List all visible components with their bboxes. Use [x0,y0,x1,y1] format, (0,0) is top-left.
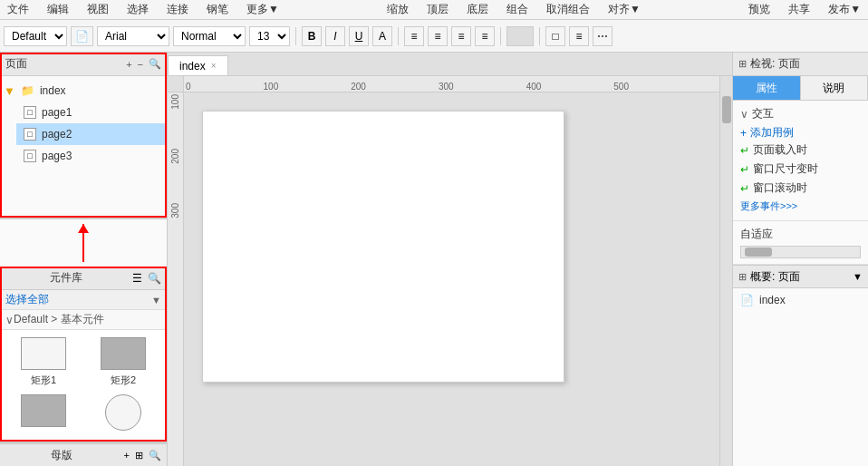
page-icon[interactable]: 📄 [71,26,93,46]
add-event-button[interactable]: + 添加用例 [740,125,861,141]
menu-more[interactable]: 更多▼ [243,2,283,17]
separator2 [398,27,399,45]
expand-interaction-icon[interactable]: ∨ [740,108,748,121]
scrollbar-thumb-h [745,248,772,257]
self-adapt-label: 自适应 [740,227,773,242]
page-item-index[interactable]: ▼ 📁 index [0,80,167,102]
components-path-label: Default > 基本元件 [14,312,104,327]
master-title: 母版 [5,448,119,463]
menu-zoom[interactable]: 缩放 [383,2,412,17]
pages-delete-icon[interactable]: − [138,59,143,70]
folder-expand-icon: ▼ [4,84,15,98]
components-grid: 矩形1 矩形2 [0,330,167,442]
page2-label: page2 [42,128,72,141]
page-item-page2[interactable]: □ page2 [16,123,167,145]
style-select[interactable]: Normal [173,26,246,46]
select-all-label: 选择全部 [5,292,49,307]
folder-icon: 📁 [21,84,34,97]
size-select[interactable]: 13 [249,26,290,46]
font-select[interactable]: Arial [97,26,169,46]
components-list-icon[interactable]: ☰ [132,272,142,285]
ruler-vertical: 100 200 300 [168,92,184,466]
border-btn[interactable]: □ [545,26,565,46]
menu-bottom[interactable]: 底层 [463,2,492,17]
italic-button[interactable]: I [325,26,345,46]
self-adapt-scrollbar[interactable] [740,246,861,258]
filter-icon[interactable]: ▼ [853,271,863,282]
left-panel: 页面 + − 🔍 ▼ 📁 index □ page1 □ [0,53,168,466]
component-item-circle[interactable] [87,394,159,434]
ruler-v-200: 200 [170,149,180,164]
canvas-area: index × 0 100 200 300 400 500 [168,53,732,466]
components-title: 元件库 [5,270,127,286]
canvas-tab-close-icon[interactable]: × [211,61,217,71]
file-icon-page2: □ [24,128,36,141]
interaction-title: ∨ 交互 [740,106,861,121]
align-left-btn[interactable]: ≡ [404,26,424,46]
master-add-icon[interactable]: + [124,450,130,461]
event-label-0: 页面载入时 [753,142,807,158]
menu-align[interactable]: 对齐▼ [604,2,644,17]
page-item-page3[interactable]: □ page3 [16,145,167,167]
menu-file[interactable]: 文件 [4,2,33,17]
canvas-drawing-area[interactable] [184,92,719,466]
summary-section: 📄 index [733,288,868,312]
right-panel: ⊞ 检视: 页面 属性 说明 ∨ 交互 + 添加用例 ↵ 页面载入时 ↵ 窗口尺… [732,53,868,466]
font-color-btn[interactable]: A [372,26,392,46]
component-item-rect1[interactable]: 矩形1 [7,337,80,387]
summary-icon: ⊞ [738,271,747,283]
ruler-tick-300: 300 [439,82,454,92]
canvas-tab-index[interactable]: index × [168,55,228,75]
align-center-btn[interactable]: ≡ [428,26,448,46]
more-events-link[interactable]: 更多事件>>> [740,198,861,215]
components-search-icon[interactable]: 🔍 [148,272,161,285]
menu-connect[interactable]: 连接 [163,2,192,17]
menu-select[interactable]: 选择 [123,2,152,17]
master-search-icon[interactable]: 🔍 [149,450,161,461]
canvas-page [202,111,564,383]
select-all-bar[interactable]: 选择全部 ▼ [0,290,167,310]
menu-bar: 文件 编辑 视图 选择 连接 钢笔 更多▼ 缩放 顶层 底层 组合 取消组合 对… [0,0,868,20]
scrollbar-v-thumb[interactable] [722,96,731,123]
align-right-btn[interactable]: ≡ [451,26,471,46]
menu-view[interactable]: 视图 [83,2,112,17]
menu-group[interactable]: 组合 [503,2,532,17]
menu-edit[interactable]: 编辑 [43,2,72,17]
align-justify-btn[interactable]: ≡ [475,26,495,46]
menu-preview[interactable]: 预览 [745,2,774,17]
menu-publish[interactable]: 发布▼ [825,2,864,17]
pages-search-icon[interactable]: 🔍 [149,58,161,70]
summary-title: 概要: 页面 [750,269,800,285]
underline-button[interactable]: U [349,26,369,46]
fill-color-btn[interactable] [506,26,534,46]
canvas-scrollbar-v[interactable] [719,92,732,466]
menu-pen[interactable]: 钢笔 [203,2,232,17]
ruler-horizontal: 0 100 200 300 400 500 [184,76,719,92]
menu-share[interactable]: 共享 [785,2,814,17]
tab-notes[interactable]: 说明 [801,76,869,100]
arrow-container [0,219,167,267]
menu-top[interactable]: 顶层 [423,2,452,17]
event-label-2: 窗口滚动时 [753,180,807,196]
list-btn[interactable]: ≡ [569,26,589,46]
component-item-rect3[interactable] [7,394,80,434]
bold-button[interactable]: B [302,26,322,46]
component-item-rect2[interactable]: 矩形2 [87,337,159,387]
tab-properties[interactable]: 属性 [733,76,801,100]
component-label-rect1: 矩形1 [31,374,56,387]
menu-ungroup[interactable]: 取消组合 [543,2,593,17]
component-shape-circle [105,394,141,431]
master-link-icon[interactable]: ⊞ [135,450,143,461]
event-icon-2: ↵ [740,182,749,195]
canvas-tab-label: index [179,60,206,73]
components-section: 元件库 ☰ 🔍 选择全部 ▼ ∨ Default > 基本元件 矩形1 [0,267,167,443]
dropdown-icon[interactable]: ▼ [151,295,161,306]
summary-item-label: index [759,294,786,306]
pages-add-icon[interactable]: + [126,59,131,70]
ruler-v-300: 300 [170,203,180,218]
default-select[interactable]: Default [4,26,67,46]
summary-item-index[interactable]: 📄 index [740,294,861,306]
right-panel-title: 检视: 页面 [750,56,800,72]
more-btn[interactable]: ⋯ [593,26,612,46]
page-item-page1[interactable]: □ page1 [16,102,167,123]
